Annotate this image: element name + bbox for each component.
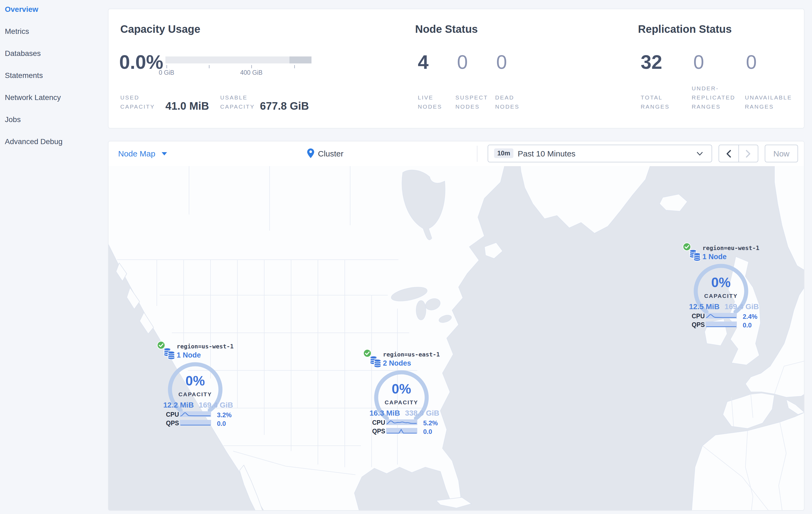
dead-nodes-label: DEAD NODES <box>495 93 525 111</box>
chevron-left-icon <box>726 149 732 158</box>
healthy-check-icon <box>683 242 691 251</box>
used-capacity-value: 41.0 MiB <box>166 100 209 112</box>
view-selector-dropdown[interactable]: Node Map <box>118 149 167 158</box>
capacity-gauge-arc <box>693 263 749 319</box>
axis-tick <box>167 65 167 68</box>
node-map-panel: Node Map Cluster 10m Past 10 Minutes Now <box>108 141 805 511</box>
sidebar: Overview Metrics Databases Statements Ne… <box>0 0 108 514</box>
usable-capacity-value: 677.8 GiB <box>260 100 309 112</box>
cpu-label: CPU <box>692 313 705 319</box>
suspect-nodes-label: SUSPECT NODES <box>456 93 493 111</box>
caret-down-icon <box>162 152 167 155</box>
total-capacity: 338.9 GiB <box>394 409 439 417</box>
qps-sparkline <box>706 321 737 328</box>
sidebar-item-advanced-debug[interactable]: Advanced Debug <box>5 137 63 146</box>
region-label: region=eu-west-1 <box>702 245 759 252</box>
time-next-button[interactable] <box>739 145 758 162</box>
capacity-reserved-segment <box>289 56 312 63</box>
breadcrumb[interactable]: Cluster <box>307 148 343 160</box>
qps-sparkline <box>180 420 211 426</box>
under-replicated-ranges-value: 0 <box>693 52 704 73</box>
live-nodes-value: 4 <box>418 52 429 73</box>
dead-nodes-value: 0 <box>496 52 507 73</box>
time-prev-button[interactable] <box>719 145 739 162</box>
sidebar-item-network-latency[interactable]: Network Latency <box>5 93 61 102</box>
used-capacity-label: USED CAPACITY <box>120 93 156 111</box>
under-replicated-ranges-label: UNDER-REPLICATED RANGES <box>692 84 742 111</box>
node-marker-us-west-1: region=us-west-1 1 Node 0% CAPACITY 12.2… <box>157 341 237 430</box>
qps-value: 0.0 <box>423 428 432 435</box>
time-pager <box>719 145 758 162</box>
gauge-percent: 0% <box>683 275 759 290</box>
axis-tick <box>209 65 209 68</box>
qps-value: 0.0 <box>217 420 226 428</box>
sidebar-item-metrics[interactable]: Metrics <box>5 27 29 35</box>
world-map: region=us-west-1 1 Node 0% CAPACITY 12.2… <box>109 166 805 511</box>
capacity-tick-400: 400 GiB <box>233 70 270 76</box>
total-ranges-label: TOTAL RANGES <box>641 93 673 111</box>
cpu-label: CPU <box>166 411 179 418</box>
gauge-percent: 0% <box>157 373 234 389</box>
toolbar-divider <box>477 146 477 162</box>
capacity-usage-bar <box>166 56 312 63</box>
sidebar-item-jobs[interactable]: Jobs <box>5 115 21 124</box>
now-button[interactable]: Now <box>765 145 798 162</box>
unavailable-ranges-value: 0 <box>746 52 757 73</box>
node-marker-us-east-1: region=us-east-1 2 Nodes 0% CAPACITY 16.… <box>363 349 443 438</box>
sidebar-item-statements[interactable]: Statements <box>5 71 43 80</box>
node-status-title: Node Status <box>415 23 478 35</box>
cpu-sparkline <box>180 411 211 418</box>
nodes-link[interactable]: 1 Node <box>177 351 201 359</box>
total-capacity: 169.4 GiB <box>714 302 759 311</box>
gauge-percent: 0% <box>363 381 440 397</box>
qps-label: QPS <box>166 420 179 426</box>
sidebar-item-overview[interactable]: Overview <box>5 5 38 13</box>
map-toolbar: Node Map Cluster 10m Past 10 Minutes Now <box>109 141 804 166</box>
world-map-svg <box>109 166 805 511</box>
total-ranges-value: 32 <box>641 52 662 73</box>
cpu-sparkline <box>386 419 417 426</box>
qps-sparkline <box>386 428 417 434</box>
axis-tick <box>251 65 252 68</box>
live-nodes-label: LIVE NODES <box>418 93 447 111</box>
total-capacity: 169.4 GiB <box>188 401 233 409</box>
cpu-value: 2.4% <box>743 313 757 320</box>
view-selector-label: Node Map <box>118 149 155 158</box>
cluster-overview-page: Overview Metrics Databases Statements Ne… <box>0 0 812 514</box>
healthy-check-icon <box>363 349 372 357</box>
time-range-select[interactable]: 10m Past 10 Minutes <box>488 145 712 162</box>
replication-status-title: Replication Status <box>638 23 732 35</box>
cpu-sparkline <box>706 313 737 319</box>
capacity-gauge-arc <box>373 369 430 426</box>
time-range-label: Past 10 Minutes <box>518 149 575 158</box>
usable-capacity-label: USABLE CAPACITY <box>220 93 259 111</box>
suspect-nodes-value: 0 <box>457 52 468 73</box>
region-label: region=us-east-1 <box>383 351 440 358</box>
qps-label: QPS <box>692 322 705 328</box>
node-marker-eu-west-1: region=eu-west-1 1 Node 0% CAPACITY 12.5… <box>683 242 763 331</box>
cpu-value: 5.2% <box>423 420 438 427</box>
breadcrumb-label: Cluster <box>318 149 343 158</box>
map-pin-icon <box>307 148 314 158</box>
cluster-summary-panel: Capacity Usage 0.0% 0 GiB 400 GiB USED C… <box>108 8 805 129</box>
chevron-down-icon <box>697 152 703 156</box>
cpu-value: 3.2% <box>217 411 232 419</box>
gauge-capacity-label: CAPACITY <box>363 399 440 405</box>
gauge-capacity-label: CAPACITY <box>157 391 234 397</box>
chevron-right-icon <box>746 149 751 158</box>
capacity-gauge-arc <box>167 361 224 418</box>
gauge-capacity-label: CAPACITY <box>683 293 759 299</box>
axis-tick <box>294 65 295 68</box>
unavailable-ranges-label: UNAVAILABLE RANGES <box>745 93 798 111</box>
qps-label: QPS <box>372 428 385 434</box>
nodes-link[interactable]: 2 Nodes <box>383 359 411 367</box>
sidebar-item-databases[interactable]: Databases <box>5 49 41 57</box>
time-range-badge: 10m <box>494 148 514 158</box>
nodes-link[interactable]: 1 Node <box>702 253 727 261</box>
capacity-usage-title: Capacity Usage <box>120 23 200 35</box>
capacity-tick-0: 0 GiB <box>148 70 185 76</box>
region-label: region=us-west-1 <box>177 343 234 350</box>
healthy-check-icon <box>157 341 166 350</box>
qps-value: 0.0 <box>743 322 752 329</box>
cpu-label: CPU <box>372 420 385 426</box>
